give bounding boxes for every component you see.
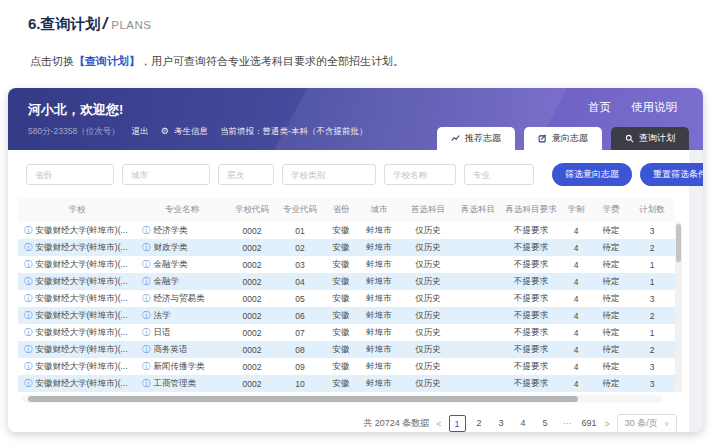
tab-query-plans[interactable]: 查询计划 — [611, 127, 689, 150]
table-row[interactable]: ⓘ安徽财经大学(蚌埠市)(...ⓘ日语000207安徽蚌埠市仅历史不提要求4待定… — [18, 324, 675, 341]
heading-title: 查询计划 — [41, 15, 101, 32]
cell-school: ⓘ安徽财经大学(蚌埠市)(... — [18, 358, 136, 375]
filter-intent-button[interactable]: 筛选意向志愿 — [552, 163, 632, 186]
cell-major: ⓘ新闻传播学类 — [136, 358, 228, 375]
vertical-scrollbar[interactable] — [675, 222, 682, 392]
table-row[interactable]: ⓘ安徽财经大学(蚌埠市)(...ⓘ经济学类000201安徽蚌埠市仅历史不提要求4… — [18, 222, 675, 239]
info-icon[interactable]: ⓘ — [24, 310, 33, 320]
info-icon[interactable]: ⓘ — [24, 378, 33, 388]
current-batch-text: 当前填报：普通类-本科（不含提前批） — [220, 126, 367, 138]
info-icon[interactable]: ⓘ — [24, 293, 33, 303]
cell-first_subject: 仅历史 — [400, 222, 456, 239]
student-info-link[interactable]: ⚙ 考生信息 — [161, 126, 208, 138]
cell-requirement: 不提要求 — [500, 290, 562, 307]
info-icon[interactable]: ⓘ — [142, 344, 151, 354]
column-header-2: 学校代码 — [228, 198, 276, 222]
info-icon[interactable]: ⓘ — [142, 259, 151, 269]
vertical-scrollbar-thumb[interactable] — [676, 224, 681, 262]
cell-city: 蚌埠市 — [358, 256, 400, 273]
cell-major: ⓘ金融学 — [136, 273, 228, 290]
cell-first_subject: 仅历史 — [400, 290, 456, 307]
info-icon[interactable]: ⓘ — [142, 293, 151, 303]
cell-major_code: 09 — [276, 358, 324, 375]
info-icon[interactable]: ⓘ — [142, 327, 151, 337]
page-size-select[interactable]: 30 条/页 ∨ — [617, 414, 677, 432]
cell-years: 4 — [562, 290, 590, 307]
tab-intent[interactable]: 意向志愿 — [524, 127, 602, 150]
cell-school: ⓘ安徽财经大学(蚌埠市)(... — [18, 324, 136, 341]
info-icon[interactable]: ⓘ — [142, 361, 151, 371]
cell-province: 安徽 — [324, 273, 358, 290]
info-icon[interactable]: ⓘ — [24, 327, 33, 337]
level-filter-input[interactable] — [218, 164, 274, 185]
cell-second_subject — [456, 341, 500, 358]
nav-help[interactable]: 使用说明 — [631, 100, 677, 115]
cell-first_subject: 仅历史 — [400, 256, 456, 273]
page-button-5[interactable]: 5 — [537, 415, 554, 432]
page-button-691[interactable]: 691 — [581, 415, 598, 432]
heading-english: PLANS — [111, 19, 151, 31]
cell-first_subject: 仅历史 — [400, 307, 456, 324]
heading-number: 6. — [28, 15, 41, 32]
table-row[interactable]: ⓘ安徽财经大学(蚌埠市)(...ⓘ财政学类000202安徽蚌埠市仅历史不提要求4… — [18, 239, 675, 256]
cell-province: 安徽 — [324, 239, 358, 256]
table-row[interactable]: ⓘ安徽财经大学(蚌埠市)(...ⓘ新闻传播学类000209安徽蚌埠市仅历史不提要… — [18, 358, 675, 375]
table-row[interactable]: ⓘ安徽财经大学(蚌埠市)(...ⓘ法学000206安徽蚌埠市仅历史不提要求4待定… — [18, 307, 675, 324]
info-icon[interactable]: ⓘ — [142, 242, 151, 252]
province-filter-input[interactable] — [26, 164, 114, 185]
tab-recommend[interactable]: 推荐志愿 — [437, 127, 515, 150]
horizontal-scrollbar[interactable] — [22, 395, 662, 403]
page-button-3[interactable]: 3 — [493, 415, 510, 432]
cell-plan_count: 3 — [632, 222, 672, 239]
school-name-filter-input[interactable] — [384, 164, 456, 185]
logout-link[interactable]: 退出 — [132, 126, 149, 138]
intro-text: 点击切换【查询计划】，用户可查询符合专业选考科目要求的全部招生计划。 — [30, 54, 711, 69]
cell-tuition: 待定 — [590, 358, 632, 375]
cell-plan_count: 1 — [632, 324, 672, 341]
column-header-10: 学费 — [590, 198, 632, 222]
filter-row: 筛选意向志愿 重置筛选条件 — [26, 163, 689, 186]
info-icon[interactable]: ⓘ — [24, 242, 33, 252]
page-button-1[interactable]: 1 — [449, 415, 466, 432]
info-icon[interactable]: ⓘ — [24, 344, 33, 354]
city-filter-input[interactable] — [122, 164, 210, 185]
tab-label: 意向志愿 — [552, 132, 588, 145]
reset-filters-button[interactable]: 重置筛选条件 — [640, 163, 703, 186]
prev-page-arrow[interactable]: < — [436, 419, 441, 429]
column-header-0: 学校 — [18, 198, 136, 222]
major-filter-input[interactable] — [464, 164, 534, 185]
horizontal-scrollbar-thumb[interactable] — [28, 396, 578, 402]
cell-years: 4 — [562, 273, 590, 290]
info-icon[interactable]: ⓘ — [24, 259, 33, 269]
cell-plan_count: 3 — [632, 375, 672, 392]
column-header-8: 再选科目要求 — [500, 198, 562, 222]
cell-city: 蚌埠市 — [358, 358, 400, 375]
next-page-arrow[interactable]: > — [605, 419, 610, 429]
school-type-filter-input[interactable] — [282, 164, 376, 185]
info-icon[interactable]: ⓘ — [142, 378, 151, 388]
cell-school: ⓘ安徽财经大学(蚌埠市)(... — [18, 375, 136, 392]
table-row[interactable]: ⓘ安徽财经大学(蚌埠市)(...ⓘ金融学类000203安徽蚌埠市仅历史不提要求4… — [18, 256, 675, 273]
info-icon[interactable]: ⓘ — [24, 225, 33, 235]
page-button-2[interactable]: 2 — [471, 415, 488, 432]
cell-school_code: 0002 — [228, 290, 276, 307]
cell-years: 4 — [562, 324, 590, 341]
cell-first_subject: 仅历史 — [400, 273, 456, 290]
cell-major_code: 06 — [276, 307, 324, 324]
cell-first_subject: 仅历史 — [400, 239, 456, 256]
info-icon[interactable]: ⓘ — [142, 276, 151, 286]
cell-second_subject — [456, 358, 500, 375]
info-icon[interactable]: ⓘ — [24, 361, 33, 371]
info-icon[interactable]: ⓘ — [142, 310, 151, 320]
table-row[interactable]: ⓘ安徽财经大学(蚌埠市)(...ⓘ商务英语000208安徽蚌埠市仅历史不提要求4… — [18, 341, 675, 358]
table-row[interactable]: ⓘ安徽财经大学(蚌埠市)(...ⓘ工商管理类000210安徽蚌埠市仅历史不提要求… — [18, 375, 675, 392]
info-icon[interactable]: ⓘ — [24, 276, 33, 286]
table-row[interactable]: ⓘ安徽财经大学(蚌埠市)(...ⓘ金融学000204安徽蚌埠市仅历史不提要求4待… — [18, 273, 675, 290]
nav-home[interactable]: 首页 — [588, 100, 611, 115]
info-icon[interactable]: ⓘ — [142, 225, 151, 235]
table-row[interactable]: ⓘ安徽财经大学(蚌埠市)(...ⓘ经济与贸易类000205安徽蚌埠市仅历史不提要… — [18, 290, 675, 307]
table-header-row: 学校专业名称学校代码专业代码省份城市首选科目再选科目再选科目要求学制学费计划数学 — [18, 198, 675, 222]
cell-plan_count: 2 — [632, 341, 672, 358]
cell-city: 蚌埠市 — [358, 290, 400, 307]
page-button-4[interactable]: 4 — [515, 415, 532, 432]
